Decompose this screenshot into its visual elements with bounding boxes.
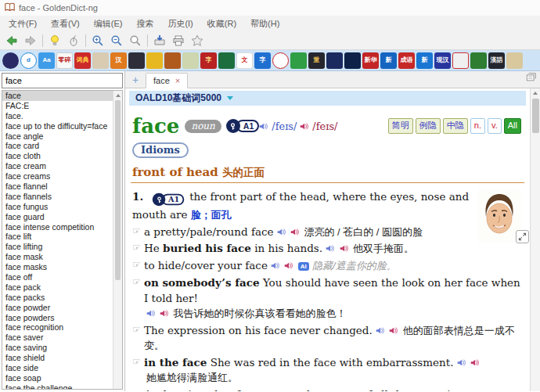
dictionary-icon[interactable]: 文 bbox=[236, 52, 253, 69]
word-list-item[interactable]: face intense competition bbox=[2, 222, 122, 232]
print-button[interactable] bbox=[169, 32, 188, 49]
word-list-item[interactable]: face. bbox=[2, 111, 122, 121]
dictionary-icon[interactable] bbox=[2, 52, 19, 69]
menu-item[interactable]: 编辑(E) bbox=[87, 16, 130, 31]
dictionary-icon[interactable]: d bbox=[20, 52, 37, 69]
word-list-item[interactable]: face saver bbox=[2, 333, 122, 343]
dictionary-icon[interactable] bbox=[218, 52, 235, 69]
dictionary-icon[interactable] bbox=[452, 52, 469, 69]
word-list-item[interactable]: face lifting bbox=[2, 242, 122, 252]
view-toggle-button[interactable]: All bbox=[504, 118, 521, 133]
dictionary-icon[interactable] bbox=[92, 52, 109, 69]
word-list-item[interactable]: face fungus bbox=[2, 202, 122, 212]
tab-close-icon[interactable]: × bbox=[175, 76, 180, 85]
dictionary-icon[interactable]: 字 bbox=[200, 52, 217, 69]
dictionary-icon[interactable]: 新 bbox=[380, 52, 397, 69]
word-list-item[interactable]: face guard bbox=[2, 212, 122, 222]
menu-item[interactable]: 历史(I) bbox=[160, 16, 200, 31]
dictionary-icon[interactable]: 漢語 bbox=[488, 52, 505, 69]
word-list-item[interactable]: face creams bbox=[2, 171, 122, 182]
zoom-in-button[interactable] bbox=[88, 32, 107, 49]
tab-face[interactable]: face × bbox=[146, 73, 188, 88]
word-list-item[interactable]: face powder bbox=[2, 303, 122, 313]
forward-button[interactable] bbox=[21, 32, 40, 49]
word-list-item[interactable]: face angle bbox=[2, 131, 122, 142]
dictionary-icon[interactable] bbox=[506, 52, 523, 69]
menu-item[interactable]: 帮助(H) bbox=[243, 16, 286, 31]
dictionary-icon[interactable] bbox=[344, 52, 361, 69]
audio-buttons[interactable] bbox=[326, 242, 349, 254]
view-toggle-button[interactable]: 例隐 bbox=[416, 118, 441, 133]
uk-audio-button[interactable] bbox=[259, 119, 269, 133]
dictionary-header[interactable]: OALD10基础词5000 bbox=[129, 91, 526, 106]
menu-item[interactable]: 文件(F) bbox=[2, 16, 44, 31]
us-audio-button[interactable] bbox=[300, 119, 310, 133]
word-list-item[interactable]: face masks bbox=[2, 262, 122, 272]
word-list-item[interactable]: face card bbox=[2, 141, 122, 151]
word-list-item[interactable]: face soap bbox=[2, 373, 122, 383]
dictionary-icon[interactable] bbox=[290, 52, 307, 69]
menu-item[interactable]: 查看(V) bbox=[44, 16, 87, 31]
audio-buttons[interactable] bbox=[376, 324, 399, 336]
scrollbar-thumb[interactable] bbox=[115, 100, 121, 280]
zoom-out-button[interactable] bbox=[107, 32, 126, 49]
dictionary-icon[interactable] bbox=[128, 52, 145, 69]
word-list-item[interactable]: face up to the difficulty=face bbox=[2, 121, 122, 131]
back-button[interactable] bbox=[2, 32, 21, 49]
word-list-item[interactable]: face cream bbox=[2, 161, 122, 171]
scan-popup-highlight-button[interactable] bbox=[45, 32, 64, 49]
dictionary-icon[interactable]: 现汉 bbox=[434, 52, 451, 69]
zoom-reset-button[interactable] bbox=[126, 32, 145, 49]
view-toggle-button[interactable]: 中隐 bbox=[443, 118, 468, 133]
dictionary-icon[interactable] bbox=[272, 52, 289, 69]
scroll-up-icon[interactable] bbox=[113, 91, 122, 99]
add-to-favorites-button[interactable] bbox=[188, 32, 207, 49]
dictionary-icon[interactable]: 汉 bbox=[110, 52, 127, 69]
dictionary-icon[interactable]: 词典 bbox=[74, 52, 91, 69]
audio-buttons[interactable] bbox=[271, 259, 294, 272]
dictionary-icon[interactable]: 字 bbox=[254, 52, 271, 69]
word-list-item[interactable]: face the challenge bbox=[2, 383, 122, 390]
dictionary-icon[interactable] bbox=[470, 52, 487, 69]
word-list-item[interactable]: face flannel bbox=[2, 182, 122, 192]
view-toggle-button[interactable]: v. bbox=[488, 118, 502, 133]
word-list-item[interactable]: face powders bbox=[2, 313, 122, 323]
audio-buttons[interactable] bbox=[146, 307, 170, 319]
dictionary-icon[interactable]: Aa bbox=[38, 52, 55, 69]
word-list-item[interactable]: face packs bbox=[2, 293, 122, 303]
dictionary-icon[interactable]: 新 bbox=[416, 52, 433, 69]
dictionary-icon[interactable] bbox=[164, 52, 181, 69]
word-list-item[interactable]: face shield bbox=[2, 353, 122, 363]
word-list-item[interactable]: face side bbox=[2, 363, 122, 373]
dictionary-icon[interactable]: 新华 bbox=[362, 52, 379, 69]
menu-item[interactable]: 收藏(R) bbox=[200, 16, 243, 31]
word-list-item[interactable]: face lift bbox=[2, 232, 122, 242]
word-list-item[interactable]: FAC:E bbox=[2, 101, 122, 111]
add-tab-button[interactable]: + bbox=[125, 74, 146, 88]
view-toggle-button[interactable]: n. bbox=[470, 118, 485, 133]
dictionary-icon[interactable]: 成语 bbox=[398, 52, 415, 69]
scan-popup-button[interactable] bbox=[64, 32, 83, 49]
audio-buttons[interactable] bbox=[476, 388, 499, 391]
audio-buttons[interactable] bbox=[457, 356, 481, 369]
word-list-item[interactable]: face flannels bbox=[2, 192, 122, 202]
scrollbar-thumb[interactable] bbox=[532, 99, 539, 133]
audio-buttons[interactable] bbox=[277, 225, 301, 238]
scroll-up-icon[interactable] bbox=[533, 88, 538, 97]
word-list-item[interactable]: face off bbox=[2, 272, 122, 282]
save-article-button[interactable] bbox=[150, 32, 169, 49]
idioms-button[interactable]: Idioms bbox=[132, 142, 189, 158]
article-scrollbar[interactable] bbox=[530, 88, 540, 391]
word-list-item[interactable]: face saving bbox=[2, 343, 122, 353]
dictionary-icon[interactable] bbox=[326, 52, 343, 69]
view-toggle-button[interactable]: 简明 bbox=[388, 118, 413, 133]
word-list-item[interactable]: face cloth bbox=[2, 151, 122, 161]
dictionary-icon[interactable]: 零碎 bbox=[56, 52, 73, 69]
dictionary-icon[interactable] bbox=[146, 52, 163, 69]
word-list-item[interactable]: face bbox=[2, 91, 122, 101]
word-list-item[interactable]: face recognition bbox=[2, 322, 122, 333]
search-input[interactable] bbox=[2, 73, 123, 88]
menu-item[interactable]: 搜索 bbox=[129, 16, 160, 31]
word-list-scrollbar[interactable] bbox=[113, 91, 122, 389]
word-list-item[interactable]: face pack bbox=[2, 282, 122, 293]
